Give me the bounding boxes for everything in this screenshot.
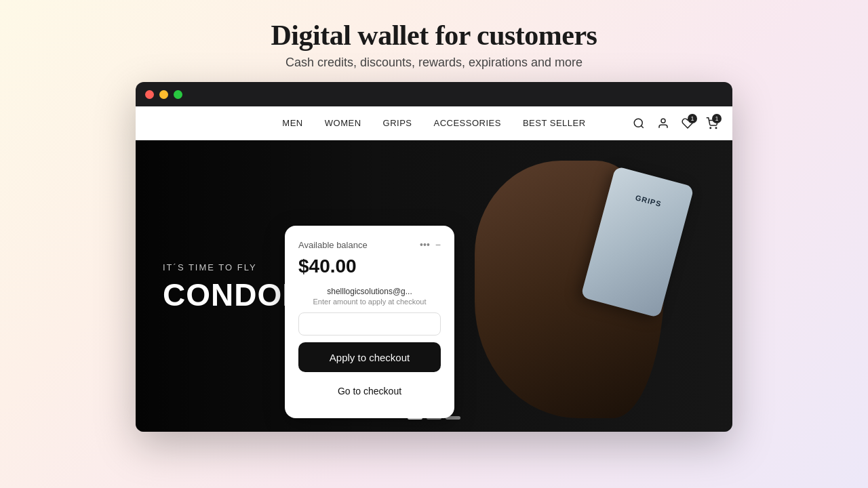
cart-badge: 1: [712, 114, 722, 123]
wishlist-badge: 1: [688, 114, 697, 123]
wallet-close-icon[interactable]: −: [435, 239, 441, 250]
nav-men[interactable]: MEN: [282, 118, 302, 128]
svg-point-3: [710, 127, 711, 129]
nav-best-seller[interactable]: BEST SELLER: [523, 118, 586, 128]
search-icon[interactable]: [632, 117, 646, 130]
hero-area: GRIPS IT´S TIME TO FLY CONDOR GRIPS Avai…: [136, 140, 732, 432]
browser-titlebar: [136, 82, 732, 106]
wallet-email: shelllogicsolutions@g...: [298, 287, 441, 296]
apply-to-checkout-button[interactable]: Apply to checkout: [298, 342, 441, 372]
page-title: Digital wallet for customers: [271, 19, 597, 52]
wallet-more-icon[interactable]: •••: [420, 239, 430, 250]
nav-accessories[interactable]: ACCESSORIES: [434, 118, 501, 128]
cart-icon[interactable]: 1: [705, 117, 719, 130]
wallet-header-icons: ••• −: [420, 239, 441, 250]
nav-links: MEN WOMEN GRIPS ACCESSORIES BEST SELLER: [282, 118, 585, 128]
store-nav: MEN WOMEN GRIPS ACCESSORIES BEST SELLER: [136, 106, 732, 140]
page-subtitle: Cash credits, discounts, rewards, expira…: [271, 56, 597, 70]
nav-grips[interactable]: GRIPS: [383, 118, 412, 128]
traffic-light-green[interactable]: [174, 90, 182, 99]
wallet-label: Available balance: [298, 240, 368, 250]
svg-point-2: [661, 119, 665, 123]
go-to-checkout-button[interactable]: Go to checkout: [298, 378, 441, 405]
svg-point-4: [715, 127, 717, 129]
nav-women[interactable]: WOMEN: [325, 118, 361, 128]
svg-point-0: [634, 119, 642, 127]
wallet-header: Available balance ••• −: [298, 239, 441, 250]
browser-window: MEN WOMEN GRIPS ACCESSORIES BEST SELLER: [136, 82, 732, 432]
svg-line-1: [641, 125, 643, 127]
wishlist-icon[interactable]: 1: [681, 117, 694, 130]
wallet-balance: $40.00: [298, 256, 441, 277]
page-header: Digital wallet for customers Cash credit…: [271, 0, 597, 82]
nav-icons: 1 1: [632, 117, 719, 130]
user-icon[interactable]: [656, 117, 670, 130]
product-label: GRIPS: [614, 187, 683, 215]
wallet-amount-input[interactable]: [298, 312, 441, 336]
wallet-hint: Enter amount to apply at checkout: [298, 298, 441, 306]
traffic-light-red[interactable]: [145, 90, 154, 99]
wallet-modal: Available balance ••• − $40.00 shelllogi…: [285, 226, 454, 418]
traffic-light-yellow[interactable]: [159, 90, 168, 99]
